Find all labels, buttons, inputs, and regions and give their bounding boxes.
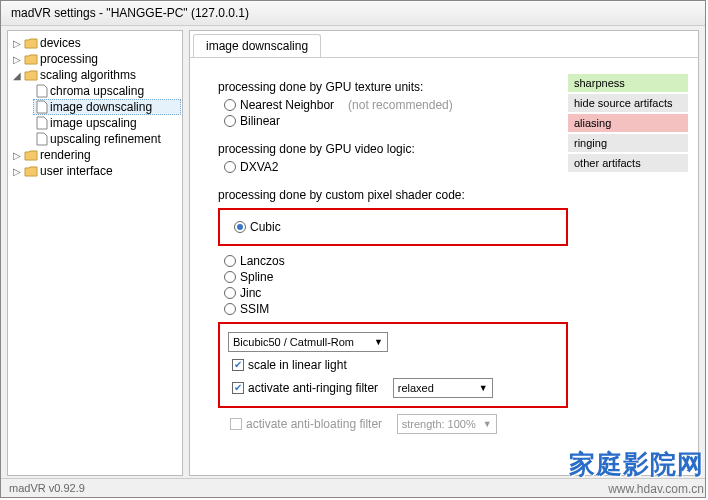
indicator-aliasing: aliasing <box>568 114 688 132</box>
radio-ssim[interactable] <box>224 303 236 315</box>
tree-upscale-refinement[interactable]: upscaling refinement <box>50 132 161 146</box>
dropdown-value: relaxed <box>398 382 434 394</box>
radio-label: Nearest Neighbor <box>240 98 334 112</box>
radio-nearest-neighbor[interactable] <box>224 99 236 111</box>
folder-icon <box>24 149 38 161</box>
folder-icon <box>24 37 38 49</box>
radio-label: Lanczos <box>240 254 285 268</box>
expand-icon[interactable]: ▷ <box>12 54 22 64</box>
radio-bilinear[interactable] <box>224 115 236 127</box>
indicator-ringing: ringing <box>568 134 688 152</box>
radio-jinc[interactable] <box>224 287 236 299</box>
checkbox-linear-light[interactable] <box>232 359 244 371</box>
anti-bloating-strength-dropdown: strength: 100%▼ <box>397 414 497 434</box>
radio-label: DXVA2 <box>240 160 278 174</box>
radio-label: Cubic <box>250 220 281 234</box>
tree-rendering[interactable]: rendering <box>40 148 91 162</box>
indicator-hide-artifacts: hide source artifacts <box>568 94 688 112</box>
version-label: madVR v0.92.9 <box>9 482 85 494</box>
indicator-sharpness: sharpness <box>568 74 688 92</box>
radio-label: Jinc <box>240 286 261 300</box>
indicator-other-artifacts: other artifacts <box>568 154 688 172</box>
radio-cubic[interactable] <box>234 221 246 233</box>
checkbox-label: activate anti-bloating filter <box>246 417 382 431</box>
folder-icon <box>24 165 38 177</box>
status-bar: madVR v0.92.9 <box>1 478 705 497</box>
radio-label: Bilinear <box>240 114 280 128</box>
chevron-down-icon: ▼ <box>483 419 492 429</box>
radio-dxva2[interactable] <box>224 161 236 173</box>
checkbox-anti-ringing[interactable] <box>232 382 244 394</box>
page-icon <box>36 132 48 146</box>
tab-image-downscaling[interactable]: image downscaling <box>193 34 321 57</box>
radio-spline[interactable] <box>224 271 236 283</box>
radio-lanczos[interactable] <box>224 255 236 267</box>
chevron-down-icon: ▼ <box>374 337 383 347</box>
expand-icon[interactable]: ▷ <box>12 150 22 160</box>
checkbox-label: activate anti-ringing filter <box>248 381 378 395</box>
quality-indicators: sharpness hide source artifacts aliasing… <box>568 74 688 465</box>
collapse-icon[interactable]: ◢ <box>12 70 22 80</box>
tree-devices[interactable]: devices <box>40 36 81 50</box>
folder-icon <box>24 53 38 65</box>
anti-ringing-mode-dropdown[interactable]: relaxed▼ <box>393 378 493 398</box>
dropdown-value: Bicubic50 / Catmull-Rom <box>233 336 354 348</box>
radio-label: Spline <box>240 270 273 284</box>
checkbox-label: scale in linear light <box>248 358 347 372</box>
tree-image-downscale[interactable]: image downscaling <box>50 100 152 114</box>
expand-icon[interactable]: ▷ <box>12 166 22 176</box>
section-pixel-shader: processing done by custom pixel shader c… <box>218 188 568 202</box>
variant-dropdown[interactable]: Bicubic50 / Catmull-Rom▼ <box>228 332 388 352</box>
page-icon <box>36 84 48 98</box>
radio-note: (not recommended) <box>348 98 453 112</box>
section-gpu-video: processing done by GPU video logic: <box>218 142 568 156</box>
nav-tree: ▷devices ▷processing ◢scaling algorithms… <box>7 30 183 476</box>
tree-image-upscale[interactable]: image upscaling <box>50 116 137 130</box>
page-icon <box>36 100 48 114</box>
tree-chroma[interactable]: chroma upscaling <box>50 84 144 98</box>
expand-icon[interactable]: ▷ <box>12 38 22 48</box>
window-titlebar: madVR settings - "HANGGE-PC" (127.0.0.1) <box>1 1 705 26</box>
section-gpu-texture: processing done by GPU texture units: <box>218 80 568 94</box>
window-title: madVR settings - "HANGGE-PC" (127.0.0.1) <box>11 6 249 20</box>
tab-bar: image downscaling <box>190 31 698 58</box>
tree-user-interface[interactable]: user interface <box>40 164 113 178</box>
chevron-down-icon: ▼ <box>479 383 488 393</box>
folder-icon <box>24 69 38 81</box>
dropdown-value: strength: 100% <box>402 418 476 430</box>
radio-label: SSIM <box>240 302 269 316</box>
checkbox-anti-bloating <box>230 418 242 430</box>
tree-scaling[interactable]: scaling algorithms <box>40 68 136 82</box>
page-icon <box>36 116 48 130</box>
tree-processing[interactable]: processing <box>40 52 98 66</box>
